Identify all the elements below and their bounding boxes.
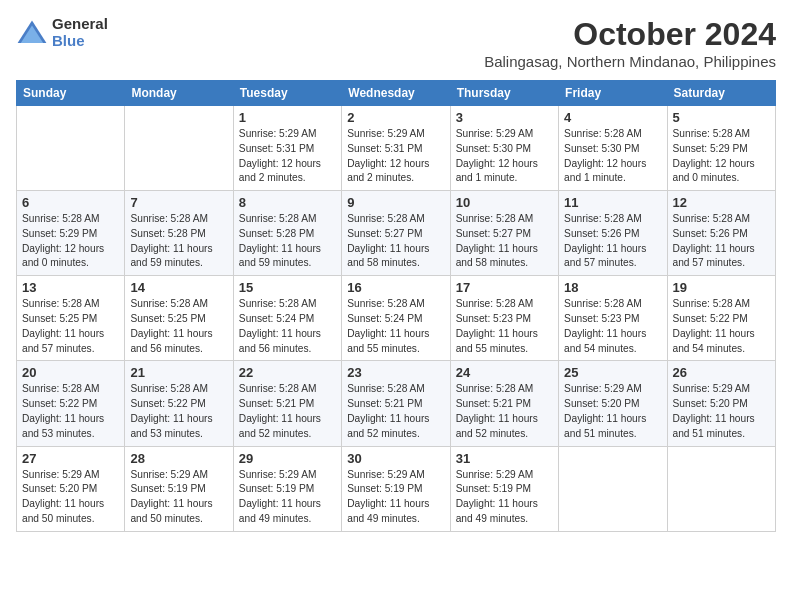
day-info: Sunrise: 5:28 AMSunset: 5:23 PMDaylight:… [456, 297, 553, 356]
day-number: 18 [564, 280, 661, 295]
calendar-cell: 18Sunrise: 5:28 AMSunset: 5:23 PMDayligh… [559, 276, 667, 361]
day-number: 15 [239, 280, 336, 295]
calendar-cell: 23Sunrise: 5:28 AMSunset: 5:21 PMDayligh… [342, 361, 450, 446]
day-number: 28 [130, 451, 227, 466]
calendar-cell: 11Sunrise: 5:28 AMSunset: 5:26 PMDayligh… [559, 191, 667, 276]
day-info: Sunrise: 5:29 AMSunset: 5:30 PMDaylight:… [456, 127, 553, 186]
day-number: 27 [22, 451, 119, 466]
calendar-cell: 12Sunrise: 5:28 AMSunset: 5:26 PMDayligh… [667, 191, 775, 276]
calendar-cell: 16Sunrise: 5:28 AMSunset: 5:24 PMDayligh… [342, 276, 450, 361]
day-info: Sunrise: 5:28 AMSunset: 5:28 PMDaylight:… [130, 212, 227, 271]
day-number: 19 [673, 280, 770, 295]
day-info: Sunrise: 5:28 AMSunset: 5:21 PMDaylight:… [347, 382, 444, 441]
calendar-cell: 25Sunrise: 5:29 AMSunset: 5:20 PMDayligh… [559, 361, 667, 446]
calendar-body: 1Sunrise: 5:29 AMSunset: 5:31 PMDaylight… [17, 106, 776, 532]
day-number: 31 [456, 451, 553, 466]
day-info: Sunrise: 5:28 AMSunset: 5:25 PMDaylight:… [130, 297, 227, 356]
day-info: Sunrise: 5:28 AMSunset: 5:22 PMDaylight:… [673, 297, 770, 356]
day-info: Sunrise: 5:28 AMSunset: 5:29 PMDaylight:… [673, 127, 770, 186]
calendar-cell: 7Sunrise: 5:28 AMSunset: 5:28 PMDaylight… [125, 191, 233, 276]
day-number: 22 [239, 365, 336, 380]
header-thursday: Thursday [450, 81, 558, 106]
header-friday: Friday [559, 81, 667, 106]
calendar-cell: 24Sunrise: 5:28 AMSunset: 5:21 PMDayligh… [450, 361, 558, 446]
calendar-cell: 28Sunrise: 5:29 AMSunset: 5:19 PMDayligh… [125, 446, 233, 531]
day-info: Sunrise: 5:29 AMSunset: 5:19 PMDaylight:… [130, 468, 227, 527]
calendar-cell: 22Sunrise: 5:28 AMSunset: 5:21 PMDayligh… [233, 361, 341, 446]
week-row-1: 6Sunrise: 5:28 AMSunset: 5:29 PMDaylight… [17, 191, 776, 276]
calendar-cell: 30Sunrise: 5:29 AMSunset: 5:19 PMDayligh… [342, 446, 450, 531]
location-title: Balingasag, Northern Mindanao, Philippin… [484, 53, 776, 70]
calendar-cell: 19Sunrise: 5:28 AMSunset: 5:22 PMDayligh… [667, 276, 775, 361]
day-number: 4 [564, 110, 661, 125]
calendar-cell: 9Sunrise: 5:28 AMSunset: 5:27 PMDaylight… [342, 191, 450, 276]
header-sunday: Sunday [17, 81, 125, 106]
day-number: 7 [130, 195, 227, 210]
logo-text: General Blue [52, 16, 108, 49]
calendar-table: SundayMondayTuesdayWednesdayThursdayFrid… [16, 80, 776, 532]
calendar-cell [125, 106, 233, 191]
logo-general: General [52, 16, 108, 33]
day-info: Sunrise: 5:28 AMSunset: 5:21 PMDaylight:… [456, 382, 553, 441]
day-number: 3 [456, 110, 553, 125]
day-number: 8 [239, 195, 336, 210]
calendar-cell: 6Sunrise: 5:28 AMSunset: 5:29 PMDaylight… [17, 191, 125, 276]
day-info: Sunrise: 5:28 AMSunset: 5:26 PMDaylight:… [673, 212, 770, 271]
calendar-cell: 10Sunrise: 5:28 AMSunset: 5:27 PMDayligh… [450, 191, 558, 276]
calendar-cell: 14Sunrise: 5:28 AMSunset: 5:25 PMDayligh… [125, 276, 233, 361]
header-saturday: Saturday [667, 81, 775, 106]
week-row-4: 27Sunrise: 5:29 AMSunset: 5:20 PMDayligh… [17, 446, 776, 531]
day-number: 14 [130, 280, 227, 295]
day-info: Sunrise: 5:28 AMSunset: 5:28 PMDaylight:… [239, 212, 336, 271]
calendar-cell: 15Sunrise: 5:28 AMSunset: 5:24 PMDayligh… [233, 276, 341, 361]
day-info: Sunrise: 5:28 AMSunset: 5:29 PMDaylight:… [22, 212, 119, 271]
logo: General Blue [16, 16, 108, 49]
header-wednesday: Wednesday [342, 81, 450, 106]
calendar-cell: 27Sunrise: 5:29 AMSunset: 5:20 PMDayligh… [17, 446, 125, 531]
calendar-cell: 29Sunrise: 5:29 AMSunset: 5:19 PMDayligh… [233, 446, 341, 531]
day-number: 21 [130, 365, 227, 380]
day-info: Sunrise: 5:28 AMSunset: 5:27 PMDaylight:… [456, 212, 553, 271]
header-monday: Monday [125, 81, 233, 106]
day-info: Sunrise: 5:29 AMSunset: 5:20 PMDaylight:… [564, 382, 661, 441]
calendar-cell: 31Sunrise: 5:29 AMSunset: 5:19 PMDayligh… [450, 446, 558, 531]
calendar-header: SundayMondayTuesdayWednesdayThursdayFrid… [17, 81, 776, 106]
day-number: 16 [347, 280, 444, 295]
day-info: Sunrise: 5:29 AMSunset: 5:19 PMDaylight:… [347, 468, 444, 527]
day-info: Sunrise: 5:28 AMSunset: 5:22 PMDaylight:… [130, 382, 227, 441]
day-info: Sunrise: 5:28 AMSunset: 5:26 PMDaylight:… [564, 212, 661, 271]
day-number: 13 [22, 280, 119, 295]
calendar-cell [559, 446, 667, 531]
day-info: Sunrise: 5:28 AMSunset: 5:24 PMDaylight:… [239, 297, 336, 356]
calendar-cell: 13Sunrise: 5:28 AMSunset: 5:25 PMDayligh… [17, 276, 125, 361]
day-info: Sunrise: 5:29 AMSunset: 5:19 PMDaylight:… [239, 468, 336, 527]
day-number: 20 [22, 365, 119, 380]
day-number: 9 [347, 195, 444, 210]
day-number: 12 [673, 195, 770, 210]
logo-blue: Blue [52, 33, 108, 50]
title-area: October 2024 Balingasag, Northern Mindan… [484, 16, 776, 70]
calendar-cell: 21Sunrise: 5:28 AMSunset: 5:22 PMDayligh… [125, 361, 233, 446]
day-number: 30 [347, 451, 444, 466]
calendar-cell [17, 106, 125, 191]
month-title: October 2024 [484, 16, 776, 53]
day-info: Sunrise: 5:28 AMSunset: 5:24 PMDaylight:… [347, 297, 444, 356]
day-number: 17 [456, 280, 553, 295]
calendar-cell: 2Sunrise: 5:29 AMSunset: 5:31 PMDaylight… [342, 106, 450, 191]
calendar-cell: 1Sunrise: 5:29 AMSunset: 5:31 PMDaylight… [233, 106, 341, 191]
day-number: 5 [673, 110, 770, 125]
logo-icon [16, 19, 48, 47]
day-info: Sunrise: 5:29 AMSunset: 5:31 PMDaylight:… [347, 127, 444, 186]
calendar-cell: 20Sunrise: 5:28 AMSunset: 5:22 PMDayligh… [17, 361, 125, 446]
day-info: Sunrise: 5:28 AMSunset: 5:27 PMDaylight:… [347, 212, 444, 271]
calendar-cell: 17Sunrise: 5:28 AMSunset: 5:23 PMDayligh… [450, 276, 558, 361]
day-number: 23 [347, 365, 444, 380]
week-row-3: 20Sunrise: 5:28 AMSunset: 5:22 PMDayligh… [17, 361, 776, 446]
day-number: 29 [239, 451, 336, 466]
day-info: Sunrise: 5:28 AMSunset: 5:30 PMDaylight:… [564, 127, 661, 186]
day-info: Sunrise: 5:29 AMSunset: 5:20 PMDaylight:… [673, 382, 770, 441]
day-info: Sunrise: 5:29 AMSunset: 5:19 PMDaylight:… [456, 468, 553, 527]
week-row-2: 13Sunrise: 5:28 AMSunset: 5:25 PMDayligh… [17, 276, 776, 361]
calendar-cell: 26Sunrise: 5:29 AMSunset: 5:20 PMDayligh… [667, 361, 775, 446]
header-tuesday: Tuesday [233, 81, 341, 106]
